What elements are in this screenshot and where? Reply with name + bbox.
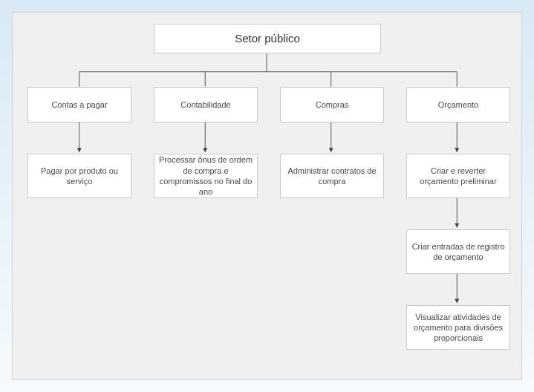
root-node: Setor público	[154, 24, 381, 53]
leaf-manage-contracts: Administrar contratos de compra	[280, 154, 384, 198]
branch-purchasing: Compras	[280, 87, 384, 122]
diagram-canvas: Setor público Contas a pagar Contabilida…	[12, 12, 522, 380]
leaf-create-budget-entries: Criar entradas de registro de orçamento	[406, 229, 510, 274]
leaf-process-encumbrances: Processar ônus de ordem de compra e comp…	[154, 154, 258, 198]
leaf-pay-product-service: Pagar por produto ou serviço	[27, 154, 131, 198]
branch-budget: Orçamento	[406, 87, 510, 122]
leaf-create-revert-budget: Criar e reverter orçamento preliminar	[406, 154, 510, 198]
branch-accounts-payable: Contas a pagar	[27, 87, 131, 122]
leaf-view-budget-activities: Visualizar atividades de orçamento para …	[406, 305, 510, 350]
branch-general-ledger: Contabilidade	[154, 87, 258, 122]
